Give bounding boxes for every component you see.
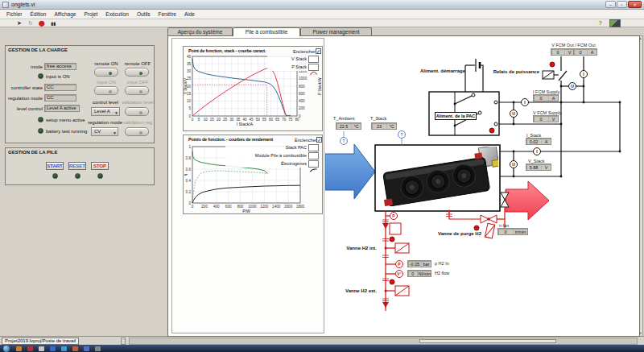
validation-level-button[interactable]: [125, 107, 149, 116]
windows-taskbar[interactable]: [0, 345, 644, 352]
input-on-button[interactable]: [94, 86, 118, 95]
svg-text:0: 0: [188, 114, 191, 118]
start-orb-icon[interactable]: [3, 346, 10, 352]
voltage-meter-icon: U: [510, 160, 518, 168]
maximize-button[interactable]: ▫: [617, 1, 627, 8]
i-stack-field: 0.02A: [526, 138, 551, 145]
svg-text:P Stack/W: P Stack/W: [318, 77, 322, 95]
stop-led: [97, 173, 103, 179]
input-on-led-label: input is ON: [46, 74, 70, 79]
project-context-label[interactable]: Projet2019.lvproj/Poste de travail: [2, 338, 79, 345]
legend-item[interactable]: Stack PAC: [225, 143, 319, 151]
pause-icon[interactable]: ▮▮: [48, 19, 58, 27]
legend-item[interactable]: Module Pile à combustible: [225, 151, 319, 159]
menu-execution[interactable]: Exécution: [101, 10, 133, 19]
menu-outils[interactable]: Outils: [133, 10, 155, 19]
start-button[interactable]: START: [46, 162, 64, 170]
reset-button[interactable]: RESET: [68, 162, 86, 170]
controller-state-label: controller state: [7, 85, 43, 90]
taskbar-app-icon[interactable]: [50, 346, 56, 351]
taskbar-app-icon[interactable]: [27, 346, 33, 351]
v-fcm-out-field: 0V: [551, 48, 575, 56]
schematic-panel: Aliment. démarrage Aliment. de la PAC Re…: [325, 35, 638, 335]
menu-fenetre[interactable]: Fenêtre: [155, 10, 180, 19]
legend-item[interactable]: V Stack: [267, 55, 319, 63]
taskbar-app-icon[interactable]: [39, 346, 44, 351]
svg-text:10: 10: [204, 118, 208, 122]
app-icon: [2, 2, 9, 8]
unit: °C: [351, 124, 361, 129]
p-h2-in-field: -0.05bar: [407, 260, 431, 267]
chevron-down-icon: ▼: [114, 110, 118, 117]
regulation-mode-label: regulation mode: [7, 96, 43, 101]
svg-text:600: 600: [299, 92, 305, 96]
remote-on-button[interactable]: [94, 68, 118, 77]
unit: A: [548, 96, 558, 101]
menu-affichage[interactable]: Affichage: [50, 10, 80, 19]
regulation-mode-dropdown[interactable]: CV▼: [91, 127, 118, 136]
validation-reg-button[interactable]: [125, 127, 149, 136]
input-off-button[interactable]: [125, 86, 149, 95]
svg-text:30: 30: [187, 69, 192, 73]
chart1-enable-checkbox[interactable]: ✓: [316, 48, 321, 54]
taskbar-app-icon[interactable]: [84, 346, 89, 351]
horizontal-scrollbar[interactable]: [129, 338, 638, 345]
input-on-indicator: [109, 90, 112, 93]
check-valve: [382, 223, 389, 229]
value: 5.88: [526, 165, 541, 170]
panel-gestion-charge: GESTION DE LA CHARGE mode free access in…: [5, 45, 155, 143]
legend-label: P Stack: [291, 64, 307, 69]
legend-label: Stack PAC: [286, 145, 307, 150]
svg-text:400: 400: [299, 99, 305, 103]
help-icon[interactable]: ?: [596, 19, 605, 27]
vanne-h2-ext-label: Vanne H2 ext.: [345, 288, 377, 293]
input-off-indicator: [139, 90, 142, 93]
switch-terminal: [494, 101, 497, 104]
switch-contacts: [455, 96, 478, 126]
control-level-dropdown[interactable]: Level A▼: [91, 107, 120, 116]
taskbar-app-icon[interactable]: [61, 346, 67, 351]
svg-text:0.2: 0.2: [186, 190, 192, 194]
svg-text:40: 40: [187, 55, 192, 59]
chart2-enable-checkbox[interactable]: ✓: [316, 137, 322, 143]
value: -0.05: [408, 262, 421, 267]
run-icon[interactable]: ➤: [14, 19, 24, 27]
value: 0: [534, 96, 548, 101]
purge-valve-led: [474, 226, 479, 230]
menu-aide[interactable]: Aide: [180, 10, 199, 19]
unit: °C: [386, 124, 396, 129]
svg-text:0: 0: [192, 118, 194, 122]
remote-off-button[interactable]: [125, 68, 149, 77]
taskbar-app-icon[interactable]: [16, 346, 22, 351]
chart1-enable-label: Enclencher: [293, 49, 316, 54]
t-ambient-field: 22.5°C: [336, 122, 361, 130]
statusbar: Projet2019.lvproj/Poste de travail: [0, 336, 644, 345]
level-control-label: level control: [7, 106, 43, 111]
remote-off-label: remote OFF: [123, 61, 152, 66]
svg-text:20: 20: [217, 118, 221, 122]
taskbar-app-icon[interactable]: [95, 346, 101, 351]
pressure-regulator: [390, 223, 401, 234]
chart2-enable-label: Enclencher: [295, 138, 317, 143]
run-continuous-icon[interactable]: ↻: [26, 19, 35, 27]
horizontal-scrollbar-thumb[interactable]: [419, 339, 556, 343]
value: 22.5: [336, 124, 351, 129]
legend-item[interactable]: Électrogènes: [225, 159, 319, 168]
taskbar-app-icon[interactable]: [72, 346, 78, 351]
tab-pile-combustible[interactable]: Pile à combustible: [233, 27, 300, 36]
menu-fichier[interactable]: Fichier: [2, 10, 27, 19]
tab-power-management[interactable]: Power management: [300, 27, 372, 35]
menu-edition[interactable]: Édition: [27, 10, 51, 19]
svg-text:400: 400: [213, 205, 220, 209]
minimize-button[interactable]: –: [605, 1, 616, 8]
status-splitter[interactable]: [121, 338, 126, 345]
temperature-sensor-icon: T: [398, 130, 406, 139]
switch-terminal: [478, 111, 481, 114]
close-button[interactable]: ✕: [628, 1, 642, 8]
menu-projet[interactable]: Projet: [80, 10, 101, 19]
legend-item[interactable]: P Stack: [267, 63, 319, 71]
remote-off-indicator: [139, 72, 142, 75]
stop-button[interactable]: STOP: [91, 162, 109, 170]
abort-icon[interactable]: ⬤: [37, 19, 47, 27]
tab-apercu-systeme[interactable]: Aperçu du système: [167, 27, 233, 35]
